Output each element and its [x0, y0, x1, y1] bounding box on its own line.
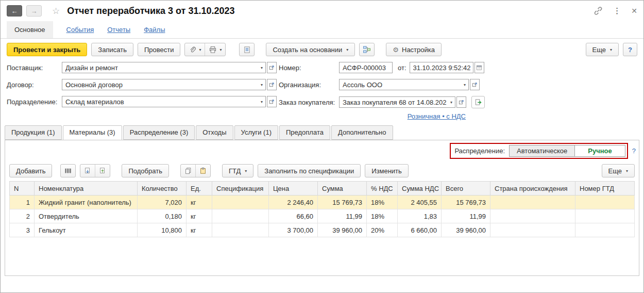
- order-input[interactable]: Заказ покупателя 68 от 14.08.202 ▾: [339, 96, 455, 108]
- create-on-base-button[interactable]: Создать на основании ▾: [266, 43, 355, 56]
- col-header-sum[interactable]: Сумма: [318, 182, 367, 196]
- col-header-country[interactable]: Страна происхождения: [490, 182, 575, 196]
- cell-quantity[interactable]: 10,800: [138, 223, 187, 237]
- cell-price[interactable]: 2 246,40: [269, 196, 318, 209]
- col-header-price[interactable]: Цена: [269, 182, 318, 196]
- cell-specification[interactable]: [212, 209, 269, 223]
- col-header-total[interactable]: Всего: [442, 182, 490, 196]
- cell-vat-sum[interactable]: 6 660,00: [398, 223, 442, 237]
- table-more-button[interactable]: Еще ▾: [602, 164, 635, 177]
- organization-open-button[interactable]: [470, 79, 480, 90]
- dropdown-icon[interactable]: ▾: [261, 83, 263, 87]
- tab-waste[interactable]: Отходы: [196, 125, 233, 140]
- post-button[interactable]: Провести: [138, 43, 181, 56]
- help-button[interactable]: ?: [623, 43, 637, 56]
- attachments-button[interactable]: ▾: [185, 43, 205, 56]
- tab-prepayment[interactable]: Предоплата: [279, 125, 330, 140]
- cell-unit[interactable]: кг: [187, 223, 212, 237]
- cell-vat-sum[interactable]: 2 405,55: [398, 196, 442, 209]
- tab-distribution[interactable]: Распределение (3): [123, 125, 195, 140]
- cell-quantity[interactable]: 7,020: [138, 196, 187, 209]
- nav-link-reports[interactable]: Отчеты: [107, 21, 130, 38]
- fill-by-spec-button[interactable]: Заполнить по спецификации: [258, 164, 361, 177]
- cell-specification[interactable]: [212, 223, 269, 237]
- pick-button[interactable]: Подобрать: [122, 164, 168, 177]
- col-header-vat-sum[interactable]: Сумма НДС: [398, 182, 442, 196]
- contract-input[interactable]: Основной договор ▾: [62, 79, 266, 90]
- nav-link-files[interactable]: Файлы: [144, 21, 165, 38]
- cell-unit[interactable]: кг: [187, 196, 212, 209]
- print-button[interactable]: ▾: [205, 43, 225, 56]
- cell-total[interactable]: 15 769,73: [442, 196, 490, 209]
- cell-total[interactable]: 39 960,00: [442, 223, 490, 237]
- organization-input[interactable]: Ассоль ООО ▾: [339, 79, 469, 90]
- cell-vat-percent[interactable]: 20%: [367, 223, 398, 237]
- cell-unit[interactable]: кг: [187, 209, 212, 223]
- col-header-nomenclature[interactable]: Номенклатура: [35, 182, 138, 196]
- distribution-manual-option[interactable]: Ручное: [575, 145, 624, 156]
- contract-open-button[interactable]: [267, 79, 277, 90]
- post-and-close-button[interactable]: Провести и закрыть: [7, 43, 87, 56]
- nav-tab-main[interactable]: Основное: [7, 21, 53, 38]
- gtd-button[interactable]: ГТД ▾: [222, 164, 253, 177]
- favorites-star-icon[interactable]: ☆: [52, 6, 60, 17]
- open-order-document-button[interactable]: [471, 96, 485, 108]
- distribution-help-link[interactable]: ?: [632, 147, 636, 155]
- cell-sum[interactable]: 15 769,73: [318, 196, 367, 209]
- cell-country[interactable]: [490, 209, 575, 223]
- department-input[interactable]: Склад материалов ▾: [62, 96, 266, 107]
- cell-gtd[interactable]: [575, 196, 635, 209]
- forward-button[interactable]: →: [26, 5, 42, 17]
- back-button[interactable]: ←: [7, 5, 22, 17]
- col-header-quantity[interactable]: Количество: [138, 182, 187, 196]
- cell-n[interactable]: 3: [10, 223, 35, 237]
- barcode-scan-button[interactable]: [60, 164, 76, 177]
- price-type-link[interactable]: Розничная • с НДС: [408, 112, 466, 120]
- cell-country[interactable]: [490, 196, 575, 209]
- cell-vat-percent[interactable]: 18%: [367, 209, 398, 223]
- cell-vat-sum[interactable]: 1,83: [398, 209, 442, 223]
- cell-n[interactable]: 1: [10, 196, 35, 209]
- tab-materials[interactable]: Материалы (3): [63, 125, 122, 140]
- dropdown-icon[interactable]: ▾: [261, 66, 263, 70]
- cell-price[interactable]: 66,60: [269, 209, 318, 223]
- date-input[interactable]: 31.10.2023 9:52:42: [410, 62, 473, 73]
- close-icon[interactable]: ✕: [631, 7, 637, 15]
- cell-total[interactable]: 11,99: [442, 209, 490, 223]
- cell-quantity[interactable]: 0,180: [138, 209, 187, 223]
- tab-additional[interactable]: Дополнительно: [331, 125, 393, 140]
- calendar-button[interactable]: [474, 62, 484, 73]
- copy-rows-button[interactable]: [181, 165, 195, 177]
- cell-n[interactable]: 2: [10, 209, 35, 223]
- save-button[interactable]: Записать: [91, 43, 133, 56]
- paste-rows-button[interactable]: [195, 165, 210, 177]
- tab-products[interactable]: Продукция (1): [5, 125, 62, 140]
- terminal-unload-button[interactable]: [95, 165, 110, 177]
- cell-price[interactable]: 3 700,00: [269, 223, 318, 237]
- terminal-load-button[interactable]: [80, 165, 95, 177]
- col-header-vat-percent[interactable]: % НДС: [367, 182, 398, 196]
- col-header-n[interactable]: N: [10, 182, 35, 196]
- subordination-structure-button[interactable]: [359, 43, 375, 56]
- distribution-auto-option[interactable]: Автоматическое: [510, 145, 575, 156]
- document-movements-button[interactable]: [239, 43, 255, 56]
- table-row[interactable]: 2 Отвердитель 0,180 кг 66,60 11,99 18% 1…: [10, 209, 635, 223]
- cell-gtd[interactable]: [575, 209, 635, 223]
- cell-gtd[interactable]: [575, 223, 635, 237]
- table-row[interactable]: 3 Гелькоут 10,800 кг 3 700,00 39 960,00 …: [10, 223, 635, 237]
- order-open-button[interactable]: [456, 96, 466, 108]
- copy-link-icon[interactable]: [594, 6, 603, 15]
- cell-vat-percent[interactable]: 18%: [367, 196, 398, 209]
- settings-button[interactable]: ⚙ Настройка: [386, 43, 442, 56]
- col-header-specification[interactable]: Спецификация: [212, 182, 269, 196]
- add-row-button[interactable]: Добавить: [9, 164, 52, 177]
- dropdown-icon[interactable]: ▾: [261, 100, 263, 104]
- table-row[interactable]: 1 Жидкий гранит (наполнитель) 7,020 кг 2…: [10, 196, 635, 209]
- department-open-button[interactable]: [267, 96, 277, 107]
- edit-button[interactable]: Изменить: [365, 164, 409, 177]
- tab-services[interactable]: Услуги (1): [234, 125, 278, 140]
- more-menu-icon[interactable]: ⋮: [613, 6, 621, 15]
- cell-country[interactable]: [490, 223, 575, 237]
- cell-nomenclature[interactable]: Жидкий гранит (наполнитель): [35, 196, 138, 209]
- nav-link-events[interactable]: События: [66, 21, 94, 38]
